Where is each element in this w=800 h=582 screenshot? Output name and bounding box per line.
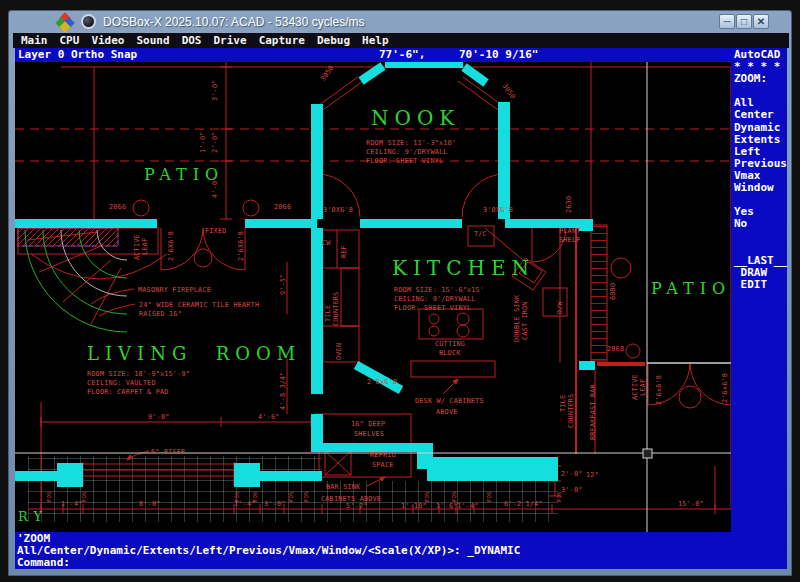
menu-item[interactable]: Main (21, 33, 48, 48)
menu-item[interactable]: Sound (137, 33, 170, 48)
menu-item[interactable]: Capture (259, 33, 305, 48)
menu-item[interactable]: DOS (182, 33, 202, 48)
screen-menu-item[interactable]: Extents (734, 134, 787, 146)
command-line: Command: (17, 557, 787, 569)
titlebar[interactable]: DOSBox-X 2025.10.07: ACAD - 53430 cycles… (9, 11, 791, 33)
screen-menu-item[interactable]: EDIT (734, 279, 787, 291)
coordinate-x: 77'-6", (379, 48, 425, 62)
screen-menu: AutoCAD* * * *ZOOM: AllCenterDynamicExte… (731, 48, 787, 532)
screen-menu-item[interactable]: No (734, 218, 787, 230)
screen-menu-item[interactable]: Dynamic (734, 122, 787, 134)
menu-item[interactable]: CPU (60, 33, 80, 48)
screen-menu-item[interactable] (734, 243, 787, 255)
menu-item[interactable]: Debug (317, 33, 350, 48)
minimize-button[interactable]: ─ (719, 14, 735, 29)
close-button[interactable]: ✕ (753, 14, 769, 29)
menu-item[interactable]: Help (362, 33, 389, 48)
acad-status-bar: Layer 0 Ortho Snap 77'-6", 70'-10 9/16" (15, 48, 731, 62)
layer-status: Layer 0 Ortho Snap (18, 48, 137, 61)
screen-menu-item[interactable]: DRAW (734, 267, 787, 279)
command-line: All/Center/Dynamic/Extents/Left/Previous… (17, 545, 787, 557)
splash-orb-icon (81, 14, 96, 29)
screen-menu-item[interactable]: Center (734, 109, 787, 121)
screen-menu-item[interactable]: __LAST__ (734, 255, 787, 267)
dos-screen: Layer 0 Ortho Snap 77'-6", 70'-10 9/16" … (15, 48, 787, 569)
command-area[interactable]: 'ZOOMAll/Center/Dynamic/Extents/Left/Pre… (15, 532, 787, 569)
dosbox-icon (57, 14, 74, 31)
menu-item[interactable]: Video (91, 33, 124, 48)
cyan-walls (15, 62, 595, 487)
drawing-viewport[interactable]: NOOKPATIOKITCHENLIVING ROOMPATIORYROOM S… (15, 62, 731, 532)
window-title: DOSBox-X 2025.10.07: ACAD - 53430 cycles… (103, 15, 364, 29)
dosbox-window: DOSBox-X 2025.10.07: ACAD - 53430 cycles… (8, 10, 792, 576)
maximize-button[interactable]: □ (736, 14, 752, 29)
screen-menu-item[interactable] (734, 230, 787, 242)
screen-menu-item[interactable]: Window (734, 182, 787, 194)
floorplan-svg[interactable] (15, 62, 731, 532)
coordinate-y: 70'-10 9/16" (459, 48, 538, 62)
menu-item[interactable]: Drive (214, 33, 247, 48)
screen-menu-item[interactable]: ZOOM: (734, 73, 787, 85)
menu-bar: MainCPUVideoSoundDOSDriveCaptureDebugHel… (13, 33, 789, 48)
